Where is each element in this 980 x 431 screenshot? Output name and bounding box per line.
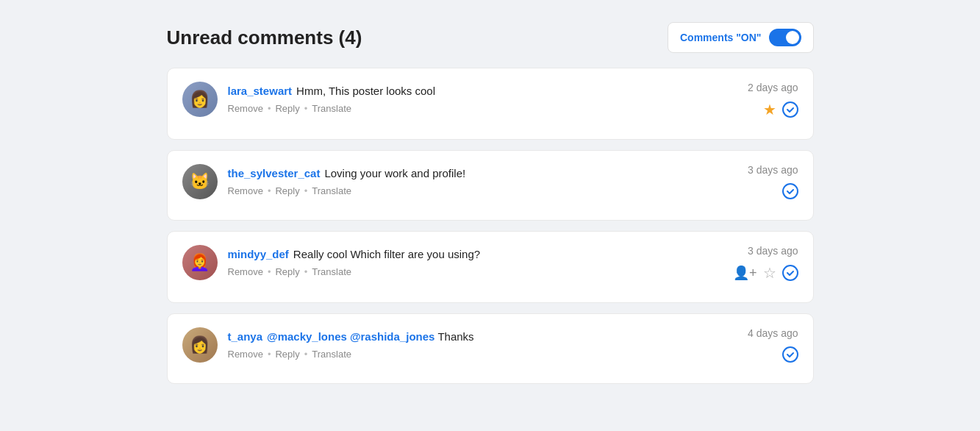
comment-left: 👩 t_anya @macky_lones @rashida_jones Tha… — [182, 327, 474, 363]
star-filled-icon[interactable]: ★ — [763, 101, 776, 118]
comment-timestamp: 3 days ago — [748, 164, 798, 176]
comment-body: the_sylvester_cat Loving your work and p… — [228, 167, 466, 196]
comment-icon-row: ★ — [763, 101, 798, 118]
comment-timestamp: 3 days ago — [748, 245, 798, 257]
action-remove[interactable]: Remove — [228, 185, 263, 196]
comment-message: Thanks — [437, 330, 473, 343]
comment-right: 2 days ago ★ — [718, 82, 798, 118]
comment-icon-row: 👤+ ☆ — [733, 264, 798, 282]
comment-card: 👩 t_anya @macky_lones @rashida_jones Tha… — [167, 313, 814, 384]
action-translate[interactable]: Translate — [312, 185, 351, 196]
action-reply[interactable]: Reply — [275, 266, 299, 277]
comment-message: Really cool Which filter are you using? — [293, 248, 480, 260]
mention-rashida[interactable]: @rashida_jones — [350, 330, 435, 343]
comment-body: t_anya @macky_lones @rashida_jones Thank… — [228, 330, 474, 360]
comments-list: 👩 lara_stewart Hmm, This poster looks co… — [167, 68, 814, 394]
avatar-image: 👩 — [182, 327, 218, 363]
mention-macky[interactable]: @macky_lones — [267, 330, 347, 343]
main-container: Unread comments (4) Comments "ON" 👩 lara… — [167, 22, 814, 409]
comment-text-row: the_sylvester_cat Loving your work and p… — [228, 167, 466, 179]
action-remove[interactable]: Remove — [228, 349, 263, 360]
comment-username[interactable]: t_anya — [228, 330, 263, 343]
avatar-image: 👩 — [182, 82, 218, 117]
avatar: 👩 — [182, 82, 218, 117]
comment-top: 👩‍🦰 mindyy_def Really cool Which filter … — [182, 245, 798, 282]
comment-icon-row — [782, 183, 798, 199]
comment-body: mindyy_def Really cool Which filter are … — [228, 248, 481, 277]
avatar: 🐱 — [182, 164, 218, 199]
add-person-icon[interactable]: 👤+ — [733, 265, 757, 281]
action-translate[interactable]: Translate — [312, 349, 351, 360]
comment-actions: Remove • Reply • Translate — [228, 349, 474, 360]
avatar-image: 🐱 — [182, 164, 218, 199]
avatar: 👩‍🦰 — [182, 245, 218, 280]
comment-icon-row — [782, 346, 798, 363]
comment-card: 🐱 the_sylvester_cat Loving your work and… — [167, 150, 814, 221]
action-translate[interactable]: Translate — [312, 103, 351, 114]
comment-text-row: lara_stewart Hmm, This poster looks cool — [228, 85, 436, 97]
comment-actions: Remove • Reply • Translate — [228, 103, 436, 114]
action-translate[interactable]: Translate — [312, 266, 351, 277]
comments-toggle-switch[interactable] — [769, 29, 801, 46]
comment-actions: Remove • Reply • Translate — [228, 266, 481, 277]
comment-top: 👩 t_anya @macky_lones @rashida_jones Tha… — [182, 327, 798, 363]
comment-card: 👩‍🦰 mindyy_def Really cool Which filter … — [167, 231, 814, 303]
comment-right: 4 days ago — [718, 327, 798, 363]
comment-message: Loving your work and profile! — [324, 167, 465, 179]
comment-left: 🐱 the_sylvester_cat Loving your work and… — [182, 164, 466, 199]
comment-username[interactable]: mindyy_def — [228, 248, 289, 260]
comment-text-row: t_anya @macky_lones @rashida_jones Thank… — [228, 330, 474, 343]
avatar: 👩 — [182, 327, 218, 363]
page-title: Unread comments (4) — [167, 26, 362, 49]
comment-text-row: mindyy_def Really cool Which filter are … — [228, 248, 481, 260]
toggle-label: Comments "ON" — [680, 32, 762, 43]
comment-timestamp: 4 days ago — [748, 327, 798, 339]
action-reply[interactable]: Reply — [275, 185, 299, 196]
comments-toggle-area[interactable]: Comments "ON" — [668, 22, 814, 53]
comment-top: 👩 lara_stewart Hmm, This poster looks co… — [182, 82, 798, 118]
comment-card: 👩 lara_stewart Hmm, This poster looks co… — [167, 68, 814, 140]
action-remove[interactable]: Remove — [228, 266, 263, 277]
comment-left: 👩‍🦰 mindyy_def Really cool Which filter … — [182, 245, 481, 280]
check-circle-icon[interactable] — [782, 265, 798, 281]
comment-left: 👩 lara_stewart Hmm, This poster looks co… — [182, 82, 436, 117]
check-circle-icon[interactable] — [782, 183, 798, 199]
avatar-image: 👩‍🦰 — [182, 245, 218, 280]
comment-timestamp: 2 days ago — [748, 82, 798, 93]
comment-actions: Remove • Reply • Translate — [228, 185, 466, 196]
check-circle-icon[interactable] — [782, 101, 798, 118]
check-circle-icon[interactable] — [782, 346, 798, 363]
comment-message: Hmm, This poster looks cool — [296, 85, 435, 97]
comment-top: 🐱 the_sylvester_cat Loving your work and… — [182, 164, 798, 199]
comment-right: 3 days ago — [718, 164, 798, 199]
action-remove[interactable]: Remove — [228, 103, 263, 114]
comment-body: lara_stewart Hmm, This poster looks cool… — [228, 85, 436, 114]
action-reply[interactable]: Reply — [275, 103, 299, 114]
comment-username[interactable]: the_sylvester_cat — [228, 167, 321, 179]
star-outline-icon[interactable]: ☆ — [763, 264, 776, 282]
comment-username[interactable]: lara_stewart — [228, 85, 293, 97]
action-reply[interactable]: Reply — [275, 349, 299, 360]
page-header: Unread comments (4) Comments "ON" — [167, 22, 814, 53]
comment-right: 3 days ago 👤+ ☆ — [718, 245, 798, 282]
